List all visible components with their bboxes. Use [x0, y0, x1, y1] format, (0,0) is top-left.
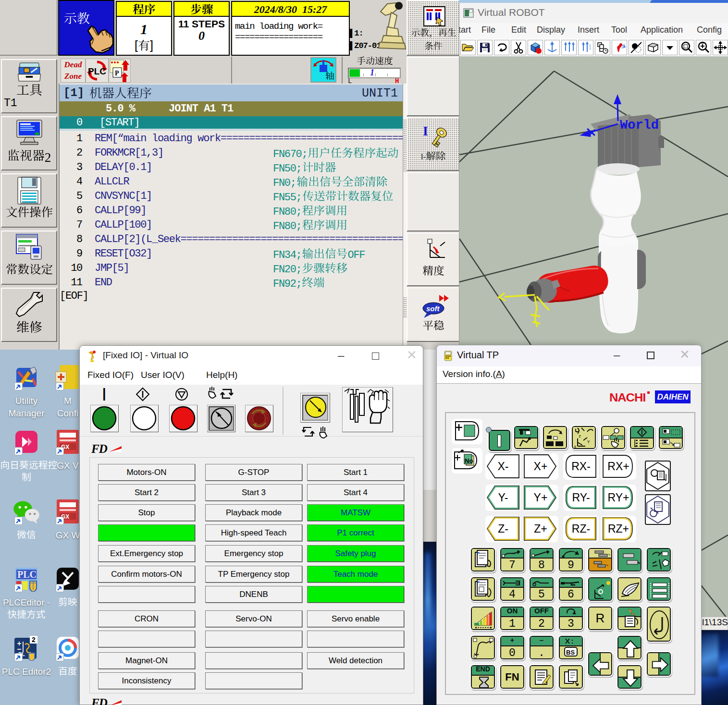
- svg-text:RX-: RX-: [571, 460, 591, 473]
- svg-text:RZ-: RZ-: [572, 523, 590, 535]
- svg-text:Z-: Z-: [498, 523, 508, 535]
- svg-text:Z+: Z+: [534, 523, 547, 535]
- svg-text:soft: soft: [426, 304, 440, 313]
- svg-text:No: No: [465, 457, 473, 464]
- svg-text:Y: Y: [587, 440, 590, 445]
- svg-text:BS: BS: [566, 649, 575, 656]
- svg-text:RZ+: RZ+: [608, 523, 629, 535]
- svg-text:World: World: [620, 118, 659, 133]
- svg-text:2: 2: [32, 636, 36, 644]
- svg-text:z: z: [579, 434, 581, 439]
- svg-text:RY+: RY+: [608, 491, 629, 504]
- svg-text:X-: X-: [498, 460, 509, 473]
- svg-text:Y-: Y-: [498, 491, 508, 504]
- svg-text:Y+: Y+: [534, 491, 548, 504]
- svg-text:P: P: [115, 70, 119, 77]
- svg-text:RX+: RX+: [607, 460, 629, 473]
- svg-text:NACHI: NACHI: [609, 391, 645, 404]
- svg-text:PLC: PLC: [88, 66, 106, 76]
- svg-text:I: I: [423, 123, 428, 138]
- svg-text:x: x: [574, 445, 576, 448]
- svg-text:RY-: RY-: [572, 491, 590, 504]
- svg-text:X+: X+: [534, 460, 548, 473]
- svg-text:PLC: PLC: [17, 569, 37, 580]
